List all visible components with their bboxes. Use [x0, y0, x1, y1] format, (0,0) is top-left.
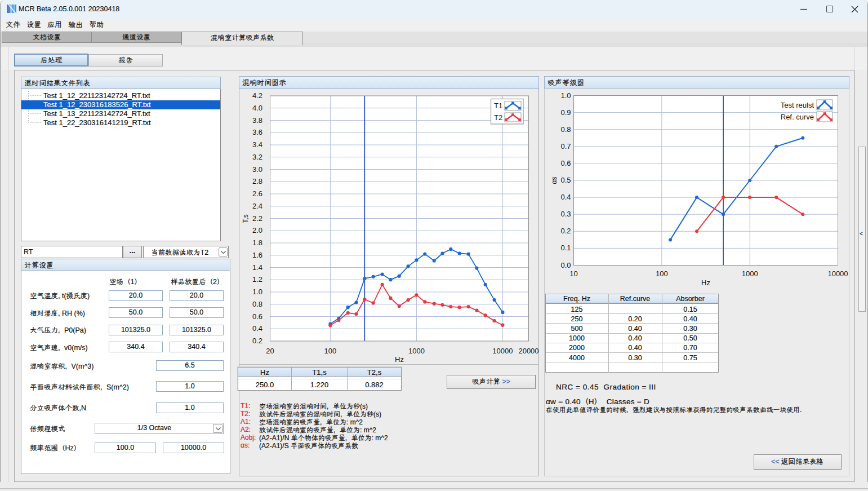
svg-text:αs: αs	[550, 177, 558, 184]
svg-text:Hz: Hz	[395, 355, 404, 364]
svg-text:2.6: 2.6	[252, 189, 262, 198]
svg-text:100: 100	[656, 269, 668, 278]
svg-text:20: 20	[266, 347, 274, 355]
svg-text:1.2: 1.2	[252, 275, 262, 284]
svg-text:10: 10	[569, 269, 577, 278]
svg-text:0.8: 0.8	[252, 300, 262, 308]
svg-text:0.4: 0.4	[252, 324, 262, 333]
svg-text:0.8: 0.8	[560, 125, 571, 134]
svg-text:20000: 20000	[518, 347, 538, 355]
svg-text:T,s: T,s	[242, 214, 250, 223]
svg-text:2.8: 2.8	[252, 177, 262, 185]
svg-text:Ref. curve: Ref. curve	[781, 113, 814, 121]
svg-text:4.2: 4.2	[252, 91, 262, 100]
svg-text:0.2: 0.2	[560, 227, 571, 235]
svg-text:0.4: 0.4	[560, 193, 571, 201]
svg-text:Hz: Hz	[701, 278, 710, 287]
svg-text:3.8: 3.8	[252, 116, 262, 125]
svg-text:1.0: 1.0	[560, 91, 571, 100]
svg-text:0.1: 0.1	[560, 244, 571, 252]
svg-text:0.2: 0.2	[252, 337, 262, 345]
svg-text:100: 100	[324, 347, 337, 355]
svg-text:T2: T2	[494, 113, 502, 122]
svg-text:1.4: 1.4	[252, 263, 262, 272]
svg-text:10000: 10000	[827, 269, 848, 278]
svg-text:2.4: 2.4	[252, 202, 262, 210]
svg-text:2.2: 2.2	[252, 214, 262, 223]
svg-text:10000: 10000	[492, 347, 513, 355]
svg-text:0.3: 0.3	[560, 210, 571, 218]
svg-text:Test reulst: Test reulst	[781, 101, 814, 109]
svg-text:1000: 1000	[742, 269, 758, 278]
svg-text:3.6: 3.6	[252, 128, 262, 136]
svg-text:1.8: 1.8	[252, 238, 262, 247]
svg-text:T1: T1	[494, 101, 502, 110]
svg-text:4.0: 4.0	[252, 104, 262, 112]
svg-text:3.2: 3.2	[252, 153, 262, 161]
svg-text:0.5: 0.5	[560, 176, 571, 184]
svg-text:3.0: 3.0	[252, 165, 262, 174]
svg-text:0.7: 0.7	[560, 142, 571, 151]
svg-text:1000: 1000	[408, 347, 425, 355]
svg-text:0.0: 0.0	[560, 261, 571, 269]
svg-text:2.0: 2.0	[252, 226, 262, 235]
svg-text:1.0: 1.0	[252, 287, 262, 296]
svg-text:1.6: 1.6	[252, 251, 262, 259]
svg-text:3.4: 3.4	[252, 140, 262, 149]
svg-text:0.9: 0.9	[560, 108, 571, 117]
svg-text:0.6: 0.6	[560, 159, 571, 167]
svg-text:0.6: 0.6	[252, 312, 262, 321]
